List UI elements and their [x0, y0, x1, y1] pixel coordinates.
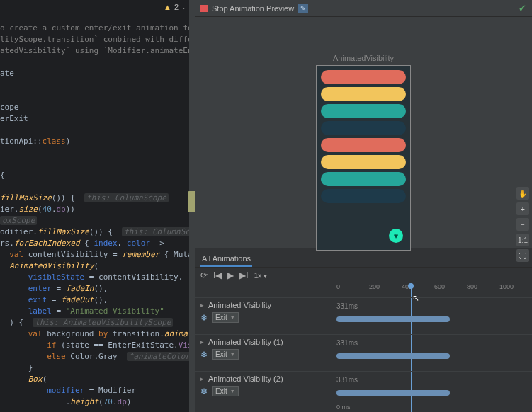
speed-selector[interactable]: 1x ▾ [254, 272, 267, 280]
preview-bar [321, 70, 406, 84]
ruler-tick: 200 [369, 283, 402, 294]
chevron-down-icon: ⌄ [181, 4, 186, 11]
play-button[interactable]: ▶ [227, 270, 234, 280]
preview-label: AnimatedVisibility [333, 54, 394, 62]
playback-controls: ⟳ I◀ ▶ ▶I 1x ▾ [195, 268, 532, 283]
step-back-button[interactable]: I◀ [213, 270, 222, 280]
preview-bar [321, 138, 406, 152]
ruler-tick: 0 [336, 283, 369, 294]
pan-tool[interactable]: ✋ [516, 187, 529, 200]
preview-bar [321, 121, 406, 135]
preview-toolbar: Stop Animation Preview ✎ ✔ [195, 0, 532, 17]
gutter-marker [188, 191, 195, 212]
edit-icon[interactable]: ✎ [298, 4, 308, 13]
stop-icon[interactable] [200, 5, 208, 12]
animation-track[interactable]: ▸ Animated Visibility (1) 331ms ❄ Exit ▼ [195, 334, 532, 371]
freeze-icon[interactable]: ❄ [200, 350, 208, 360]
chevron-down-icon: ▼ [230, 389, 235, 394]
inspection-widget[interactable]: ▲ 2 ⌄ [164, 3, 186, 11]
chevron-right-icon[interactable]: ▸ [200, 375, 204, 382]
track-list: ▸ Animated Visibility 331ms ❄ Exit ▼ ▸ A… [195, 297, 532, 412]
freeze-icon[interactable]: ❄ [200, 387, 208, 396]
state-value: Exit [215, 350, 227, 358]
warning-icon: ▲ [164, 3, 171, 11]
code-content[interactable]: o create a custom enter/exit animation f… [0, 23, 195, 408]
state-dropdown[interactable]: Exit ▼ [212, 349, 239, 360]
chevron-right-icon[interactable]: ▸ [200, 338, 204, 345]
chevron-right-icon[interactable]: ▸ [200, 302, 204, 309]
zoom-out[interactable]: − [516, 218, 529, 231]
device-frame: ♥ [316, 65, 411, 251]
preview-bar [321, 87, 406, 101]
timeline[interactable]: 02004006008001000 ↖ ▸ Animated Visibilit… [195, 283, 532, 412]
freeze-icon[interactable]: ❄ [200, 313, 208, 323]
state-dropdown[interactable]: Exit ▼ [212, 386, 239, 396]
animation-track[interactable]: ▸ Animated Visibility (2) 331ms ❄ Exit ▼ [195, 371, 532, 408]
canvas-tools: ✋ + − 1:1 ⛶ [516, 187, 529, 262]
zoom-fit[interactable]: ⛶ [516, 249, 529, 262]
state-value: Exit [215, 387, 227, 395]
fab-button[interactable]: ♥ [389, 229, 403, 243]
preview-bar [321, 189, 406, 203]
tab-all-animations[interactable]: All Animations [200, 251, 252, 267]
ruler-tick: 1000 [499, 283, 532, 294]
warning-count: 2 [174, 3, 179, 11]
animation-panel: All Animations ⟳ I◀ ▶ ▶I 1x ▾ 0200400600… [195, 248, 532, 412]
chevron-down-icon: ▼ [230, 352, 235, 357]
zoom-in[interactable]: + [516, 202, 529, 215]
step-forward-button[interactable]: ▶I [239, 270, 248, 280]
preview-bar [321, 104, 406, 118]
success-icon: ✔ [519, 3, 526, 13]
track-name: Animated Visibility (1) [208, 338, 283, 346]
state-value: Exit [215, 314, 227, 321]
chevron-down-icon: ▼ [230, 315, 235, 320]
ruler-tick: 800 [467, 283, 499, 294]
timeline-ruler: 02004006008001000 [336, 283, 532, 294]
preview-pane: Stop Animation Preview ✎ ✔ AnimatedVisib… [195, 0, 532, 412]
preview-bar [321, 155, 406, 169]
track-segment[interactable] [336, 353, 450, 359]
preview-bar [321, 172, 406, 186]
ruler-tick: 600 [434, 283, 467, 294]
reset-button[interactable]: ⟳ [200, 270, 208, 280]
timeline-footer: 0 ms [336, 404, 351, 411]
track-duration: 331ms [336, 339, 358, 347]
track-segment[interactable] [336, 316, 450, 322]
track-duration: 331ms [336, 302, 358, 310]
toolbar-title: Stop Animation Preview [212, 4, 294, 13]
track-name: Animated Visibility [208, 301, 271, 309]
track-duration: 331ms [336, 376, 358, 384]
track-name: Animated Visibility (2) [208, 374, 283, 383]
animation-tabs: All Animations [195, 248, 532, 268]
state-dropdown[interactable]: Exit ▼ [212, 312, 239, 323]
zoom-reset[interactable]: 1:1 [516, 234, 529, 246]
preview-canvas[interactable]: AnimatedVisibility ♥ ✋ + − 1:1 ⛶ [195, 17, 532, 248]
track-segment[interactable] [336, 390, 450, 396]
animation-track[interactable]: ▸ Animated Visibility 331ms ❄ Exit ▼ [195, 297, 532, 334]
heart-icon: ♥ [394, 231, 399, 240]
splitter[interactable] [189, 0, 195, 412]
code-editor-pane: ▲ 2 ⌄ o create a custom enter/exit anima… [0, 0, 195, 412]
